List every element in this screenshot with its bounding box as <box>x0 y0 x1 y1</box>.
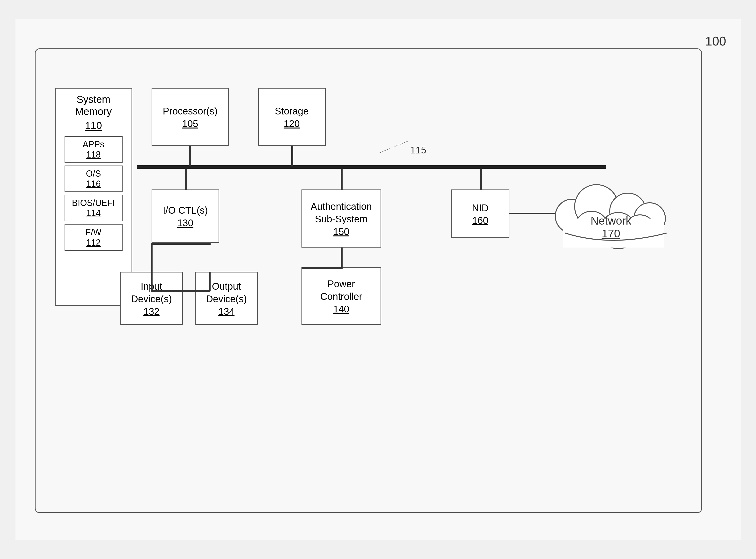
ioctl-bracket-h <box>150 243 211 245</box>
nid-box: NID 160 <box>451 189 510 238</box>
to-output-v <box>209 272 211 291</box>
output-devices-box: OutputDevice(s) 134 <box>195 272 258 325</box>
auth-label: AuthenticationSub-System <box>311 200 372 225</box>
auth-subsystem-box: AuthenticationSub-System 150 <box>302 189 381 248</box>
bios-label: BIOS/UEFI <box>66 198 121 208</box>
system-memory-number: 110 <box>85 120 102 131</box>
os-label: O/S <box>66 169 121 179</box>
bus-to-ioctl <box>185 169 187 190</box>
os-number: 116 <box>66 179 121 189</box>
nid-label: NID <box>472 202 489 214</box>
to-input-v <box>150 272 152 291</box>
processors-box: Processor(s) 105 <box>151 88 229 146</box>
network-cloud: Network 170 <box>529 170 683 252</box>
output-devices-label: OutputDevice(s) <box>206 280 247 305</box>
input-devices-number: 132 <box>143 306 160 317</box>
auth-to-power-v <box>341 248 342 268</box>
power-controller-number: 140 <box>333 304 349 315</box>
ioctl-bracket-right <box>209 243 211 245</box>
apps-label: APPs <box>66 139 121 150</box>
svg-line-0 <box>379 141 408 153</box>
bios-box: BIOS/UEFI 114 <box>65 195 123 221</box>
system-memory-title: SystemMemory <box>75 93 112 118</box>
os-box: O/S 116 <box>65 165 123 192</box>
auth-number: 150 <box>333 226 349 237</box>
storage-box: Storage 120 <box>258 88 326 146</box>
apps-number: 118 <box>66 150 121 160</box>
page: 100 SystemMemory 110 APPs 118 O/S 116 BI… <box>16 19 741 540</box>
auth-to-power-h <box>302 267 342 269</box>
input-output-h <box>150 290 210 292</box>
output-devices-number: 134 <box>218 306 235 317</box>
fw-box: F/W 112 <box>65 224 123 250</box>
outer-box: SystemMemory 110 APPs 118 O/S 116 BIOS/U… <box>35 48 702 513</box>
bus-pointer <box>369 139 418 158</box>
proc-to-bus <box>189 146 191 166</box>
storage-to-bus <box>291 146 293 166</box>
io-ctl-label: I/O CTL(s) <box>163 204 208 217</box>
bus-to-auth <box>341 169 342 190</box>
storage-number: 120 <box>284 118 300 129</box>
io-ctl-box: I/O CTL(s) 130 <box>151 189 219 243</box>
apps-box: APPs 118 <box>65 136 123 163</box>
power-controller-label: PowerController <box>320 277 362 303</box>
io-ctl-number: 130 <box>177 218 193 228</box>
nid-number: 160 <box>472 215 488 226</box>
fw-number: 112 <box>66 238 121 248</box>
processors-number: 105 <box>182 118 198 129</box>
svg-text:170: 170 <box>601 227 620 240</box>
main-bus <box>137 165 606 169</box>
svg-text:Network: Network <box>590 215 632 227</box>
processors-label: Processor(s) <box>163 105 218 117</box>
storage-label: Storage <box>275 105 308 117</box>
bios-number: 114 <box>66 208 121 218</box>
fw-label: F/W <box>66 227 121 238</box>
power-controller-box: PowerController 140 <box>302 267 381 325</box>
label-100: 100 <box>705 34 726 48</box>
bus-to-nid <box>480 169 482 190</box>
